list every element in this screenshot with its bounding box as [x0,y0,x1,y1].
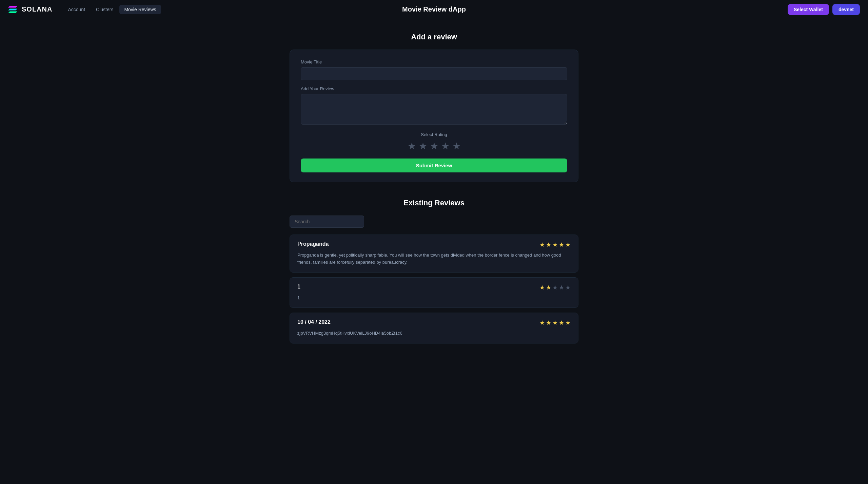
review-star-5: ★ [565,284,571,291]
review-text-label: Add Your Review [301,86,567,91]
review-card: 10 / 04 / 2022★★★★★zjpVRVHMzg3qmHq5tHvxi… [290,313,578,343]
review-star-5: ★ [565,319,571,327]
review-star-1: ★ [539,241,545,248]
submit-review-button[interactable]: Submit Review [301,159,567,172]
review-star-3: ★ [552,319,558,327]
network-button[interactable]: devnet [832,4,860,15]
select-wallet-button[interactable]: Select Wallet [788,4,829,15]
movie-title-label: Movie Title [301,59,567,64]
star-3[interactable]: ★ [430,141,438,152]
review-star-2: ★ [546,241,551,248]
review-star-5: ★ [565,241,571,248]
review-text-group: Add Your Review [301,86,567,126]
add-review-title: Add a review [290,33,578,41]
review-stars: ★★★★★ [539,241,571,248]
review-movie-title: 10 / 04 / 2022 [297,319,331,325]
existing-reviews-title: Existing Reviews [290,199,578,207]
review-star-1: ★ [539,319,545,327]
nav-item-account[interactable]: Account [63,5,90,14]
review-stars: ★★★★★ [539,284,571,291]
review-card: Propaganda★★★★★Propganda is gentle, yet … [290,235,578,273]
review-text: zjpVRVHMzg3qmHq5tHvxiUKVeiLJ9oHD4ia5obZf… [297,330,571,337]
review-card-header: 10 / 04 / 2022★★★★★ [297,319,571,327]
review-star-4: ★ [559,319,564,327]
navbar-right: Select Wallet devnet [788,4,860,15]
review-star-2: ★ [546,319,551,327]
star-4[interactable]: ★ [441,141,450,152]
main-content: Add a review Movie Title Add Your Review… [281,19,587,375]
logo: SOLANA [8,5,52,14]
review-card: 1★★★★★1 [290,277,578,308]
review-star-3: ★ [552,241,558,248]
review-star-1: ★ [539,284,545,291]
search-input[interactable] [290,216,364,228]
review-text: 1 [297,295,571,302]
navbar: SOLANA Account Clusters Movie Reviews Mo… [0,0,868,19]
review-text: Propganda is gentle, yet politically sha… [297,252,571,266]
rating-label: Select Rating [301,132,567,137]
add-review-form: Movie Title Add Your Review Select Ratin… [290,50,578,182]
movie-title-input[interactable] [301,67,567,80]
review-card-header: 1★★★★★ [297,284,571,291]
review-card-header: Propaganda★★★★★ [297,241,571,248]
star-1[interactable]: ★ [408,141,416,152]
nav-item-clusters[interactable]: Clusters [91,5,118,14]
navbar-title: Movie Review dApp [402,5,466,13]
review-star-4: ★ [559,241,564,248]
nav-item-movie-reviews[interactable]: Movie Reviews [119,5,161,14]
star-5[interactable]: ★ [452,141,461,152]
movie-title-group: Movie Title [301,59,567,80]
rating-stars[interactable]: ★ ★ ★ ★ ★ [301,141,567,152]
review-textarea[interactable] [301,94,567,125]
review-star-2: ★ [546,284,551,291]
star-2[interactable]: ★ [419,141,427,152]
review-movie-title: 1 [297,284,300,290]
solana-logo-icon [8,5,19,14]
review-movie-title: Propaganda [297,241,329,247]
review-star-4: ★ [559,284,564,291]
logo-text: SOLANA [22,5,52,13]
review-star-3: ★ [552,284,558,291]
rating-section: Select Rating ★ ★ ★ ★ ★ [301,132,567,152]
review-stars: ★★★★★ [539,319,571,327]
reviews-list: Propaganda★★★★★Propganda is gentle, yet … [290,235,578,343]
